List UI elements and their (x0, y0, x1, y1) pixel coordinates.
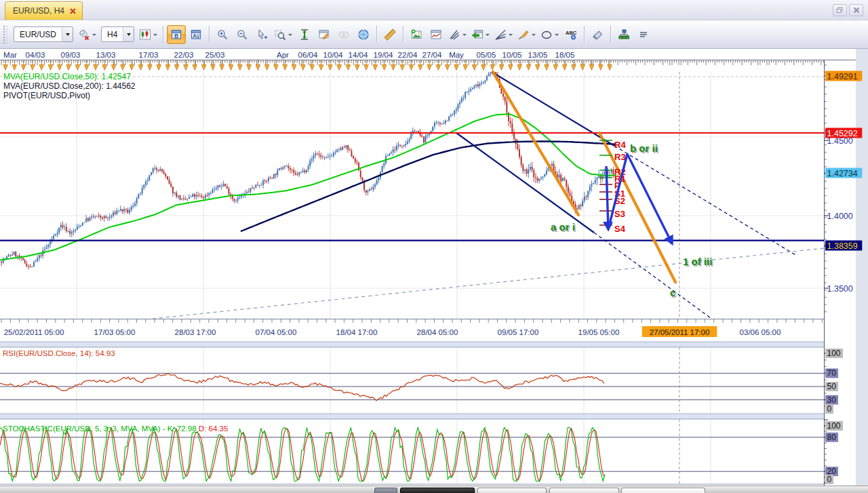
trading-app-window: EUR/USD, H4 EUR/USD H4 BAABC Mar04/0309/… (0, 0, 868, 493)
bottom-date-label: 25/02/2011 05:00 (4, 328, 64, 336)
top-date-label: 14/04 (349, 51, 368, 59)
panel-divider[interactable] (0, 342, 856, 347)
indicator-axis-label: 0 (827, 475, 832, 484)
period-combo[interactable]: H4 (101, 26, 134, 42)
fan-lines-button[interactable] (492, 25, 515, 44)
hide-object-button[interactable] (334, 25, 353, 44)
top-date-label: 09/03 (61, 51, 81, 59)
price-axis-label: 1.38359 (827, 241, 858, 251)
candles-icon (139, 28, 151, 41)
web-link-button[interactable] (354, 25, 373, 44)
text-label-button[interactable]: ABC (561, 25, 580, 44)
insertwin-icon (471, 28, 484, 41)
svg-text:B: B (174, 32, 178, 39)
restore-window-button[interactable] (833, 4, 847, 16)
symbol-combo[interactable]: EUR/USD (14, 26, 73, 42)
annotation-text: 1 of iii (683, 256, 712, 267)
top-date-label: 10/04 (323, 51, 343, 59)
fit-height-button[interactable] (295, 25, 314, 44)
ruler-icon (384, 28, 396, 41)
toolbar-separator (163, 26, 163, 43)
wave-annotation[interactable]: b or iib or ii (630, 142, 659, 155)
toolbar-grip[interactable] (3, 26, 7, 43)
document-tab-bar: EUR/USD, H4 (0, 0, 868, 20)
menu-icon (637, 28, 650, 41)
top-date-label: 18/05 (555, 51, 575, 59)
taskbar-button[interactable] (374, 488, 397, 493)
eraser-icon (591, 28, 604, 41)
period-combo-dropdown-arrow[interactable] (123, 27, 134, 41)
svg-text:A: A (193, 32, 197, 39)
ask-view-button[interactable]: A (186, 25, 205, 44)
pitchfork-icon (448, 28, 460, 41)
annotation-button[interactable] (315, 25, 334, 44)
zoom-out-button[interactable] (233, 25, 252, 44)
price-axis-label: 1.4000 (827, 212, 853, 221)
unlink-button[interactable] (76, 25, 98, 44)
eraser-button[interactable] (588, 25, 607, 44)
pointer-button[interactable] (252, 25, 271, 44)
chart-tab-label: EUR/USD, H4 (13, 6, 64, 16)
toolbar-separator (209, 26, 210, 43)
trendline-button[interactable] (515, 25, 538, 44)
unlink-icon (78, 28, 90, 41)
top-date-label: 13/05 (528, 51, 548, 59)
panel-divider[interactable] (0, 414, 856, 419)
close-window-button[interactable] (849, 4, 863, 16)
insert-study-button[interactable] (469, 25, 492, 44)
menu-button[interactable] (634, 25, 653, 44)
zoomin-icon (216, 28, 229, 41)
chart-toolbar: EUR/USD H4 BAABC (0, 20, 868, 49)
indicator-window-button[interactable] (427, 25, 446, 44)
tab-close-icon[interactable] (70, 8, 76, 14)
pivot-label-S4: S4 (614, 224, 626, 234)
taskbar-button[interactable] (400, 488, 475, 493)
structure-button[interactable] (614, 25, 633, 44)
wave-annotation[interactable]: 1 of iii1 of iii (683, 256, 713, 269)
globe-icon (357, 28, 370, 41)
legend-line: PIVOT(EUR/USD,Pivot) (3, 91, 90, 100)
price-axis-label: 1.49291 (827, 72, 858, 81)
top-date-label: 22/03 (174, 51, 194, 59)
indicator-axis-label: 30 (827, 395, 837, 405)
ruler-button[interactable] (380, 25, 399, 44)
zoom-in-button[interactable] (213, 25, 232, 44)
pivot-label-R3: R3 (614, 152, 626, 162)
ellipse-button[interactable] (538, 25, 561, 44)
winletter2-icon: A (190, 28, 202, 41)
wave-annotation[interactable]: a or ia or i (551, 221, 576, 234)
bottom-date-label: 03/06 05:00 (740, 328, 781, 336)
wave-annotation[interactable]: cc (670, 287, 677, 300)
taskbar-button[interactable] (621, 488, 705, 493)
chart-type-button[interactable] (137, 25, 159, 44)
stochastic-label: STOCHASTIC(EUR/USD, 5, 3, 3, MVA, MVA) -… (3, 425, 228, 433)
indicator-axis-label: 100 (827, 421, 841, 431)
price-axis-label: 1.3500 (827, 284, 853, 294)
taskbar-button[interactable] (549, 488, 619, 493)
symbol-combo-dropdown-arrow[interactable] (62, 27, 73, 41)
taskbar-button[interactable] (477, 488, 547, 493)
legend-line: MVA(EUR/USD.Close,50): 1.42547 (3, 72, 131, 81)
top-date-label: 27/04 (422, 51, 442, 59)
bottom-date-label: 28/04 05:00 (417, 328, 458, 336)
toolbar-separator (403, 26, 403, 43)
top-date-label: 06/04 (298, 51, 318, 59)
top-date-label: 05/05 (477, 51, 496, 59)
indicator-axis-label: 70 (827, 368, 837, 378)
fan-icon (494, 28, 507, 41)
fitheight-icon (298, 28, 311, 41)
indicator-axis-label: 50 (827, 382, 837, 391)
top-date-label: 19/04 (374, 51, 393, 59)
add-image-button[interactable] (407, 25, 426, 44)
symbol-combo-value: EUR/USD (14, 30, 62, 39)
note-icon (318, 28, 330, 41)
pitchfork-button[interactable] (446, 25, 469, 44)
pointer-icon (256, 28, 268, 41)
area-zoom-button[interactable] (272, 25, 294, 44)
top-date-label: 25/03 (205, 51, 225, 59)
chart-tab[interactable]: EUR/USD, H4 (5, 1, 83, 20)
window-edge (856, 49, 868, 486)
bid-view-button[interactable]: B (167, 25, 186, 44)
eye-icon (338, 28, 350, 41)
bottom-date-label: 18/04 17:00 (336, 328, 378, 336)
